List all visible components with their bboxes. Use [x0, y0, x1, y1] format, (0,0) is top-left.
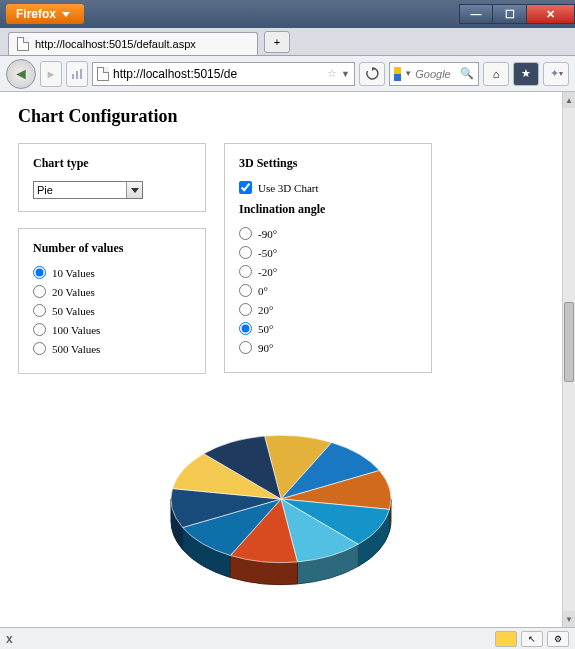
- scroll-up-button[interactable]: ▲: [563, 92, 575, 108]
- history-button[interactable]: [66, 61, 88, 87]
- num-values-label: 500 Values: [52, 343, 100, 355]
- page-icon: [17, 37, 29, 51]
- chart-container: [18, 404, 544, 604]
- num-values-option[interactable]: 500 Values: [33, 342, 191, 355]
- inclination-label: 0°: [258, 285, 268, 297]
- reload-button[interactable]: [359, 62, 385, 86]
- num-values-radio[interactable]: [33, 342, 46, 355]
- dropdown-caret-icon[interactable]: ▼: [341, 69, 350, 79]
- inclination-radio[interactable]: [239, 341, 252, 354]
- inclination-option[interactable]: -90°: [239, 227, 417, 240]
- num-values-option[interactable]: 100 Values: [33, 323, 191, 336]
- status-bar: x ↖ ⚙: [0, 627, 575, 649]
- num-values-label: 50 Values: [52, 305, 95, 317]
- inclination-label: -20°: [258, 266, 277, 278]
- status-icon-1[interactable]: [495, 631, 517, 647]
- inclination-label: 50°: [258, 323, 273, 335]
- scroll-down-button[interactable]: ▼: [563, 611, 575, 627]
- window-controls: — ☐ ✕: [459, 4, 575, 24]
- inclination-option[interactable]: -50°: [239, 246, 417, 259]
- dropdown-caret-icon[interactable]: ▼: [404, 69, 412, 78]
- inclination-radio[interactable]: [239, 227, 252, 240]
- num-values-label: 10 Values: [52, 267, 95, 279]
- num-values-radio[interactable]: [33, 285, 46, 298]
- num-values-heading: Number of values: [33, 241, 191, 256]
- inclination-option[interactable]: 50°: [239, 322, 417, 335]
- browser-toolbar: ◄ ► ☆ ▼ ▼ 🔍 ⌂ ★ ✦▾: [0, 56, 575, 92]
- status-icon-3[interactable]: ⚙: [547, 631, 569, 647]
- svg-rect-1: [76, 71, 78, 79]
- vertical-scrollbar[interactable]: ▲ ▼: [562, 92, 575, 627]
- inclination-option[interactable]: -20°: [239, 265, 417, 278]
- url-input[interactable]: [113, 67, 323, 81]
- search-input[interactable]: [415, 68, 457, 80]
- chevron-down-icon: [126, 182, 142, 198]
- pie-chart: [141, 404, 421, 604]
- inclination-radio[interactable]: [239, 303, 252, 316]
- num-values-option[interactable]: 50 Values: [33, 304, 191, 317]
- status-text: x: [6, 632, 13, 646]
- inclination-radio[interactable]: [239, 265, 252, 278]
- use-3d-checkbox[interactable]: [239, 181, 252, 194]
- num-values-panel: Number of values 10 Values20 Values50 Va…: [18, 228, 206, 374]
- num-values-radio[interactable]: [33, 304, 46, 317]
- inclination-label: -90°: [258, 228, 277, 240]
- use-3d-label-text: Use 3D Chart: [258, 182, 319, 194]
- num-values-option[interactable]: 10 Values: [33, 266, 191, 279]
- svg-rect-2: [80, 69, 82, 79]
- tab-title: http://localhost:5015/default.aspx: [35, 38, 196, 50]
- feed-icon[interactable]: ☆: [327, 67, 337, 80]
- chart-type-heading: Chart type: [33, 156, 191, 171]
- inclination-radio-group: -90°-50°-20°0°20°50°90°: [239, 227, 417, 354]
- search-bar[interactable]: ▼ 🔍: [389, 62, 479, 86]
- google-icon: [394, 67, 401, 81]
- inclination-option[interactable]: 0°: [239, 284, 417, 297]
- inclination-label: 90°: [258, 342, 273, 354]
- puzzle-icon: ✦: [550, 67, 559, 80]
- addons-button[interactable]: ✦▾: [543, 62, 569, 86]
- chart-type-value: Pie: [37, 184, 53, 196]
- star-icon: ★: [521, 67, 531, 80]
- new-tab-button[interactable]: +: [264, 31, 290, 53]
- page-icon: [97, 67, 109, 81]
- forward-button[interactable]: ►: [40, 61, 62, 87]
- url-bar[interactable]: ☆ ▼: [92, 62, 355, 86]
- bars-icon: [71, 68, 83, 80]
- page-content: Chart Configuration Chart type Pie Numbe…: [0, 92, 562, 627]
- firefox-menu-button[interactable]: Firefox: [6, 4, 84, 24]
- settings-3d-panel: 3D Settings Use 3D Chart Inclination ang…: [224, 143, 432, 373]
- maximize-button[interactable]: ☐: [493, 4, 527, 24]
- close-button[interactable]: ✕: [527, 4, 575, 24]
- settings-3d-heading: 3D Settings: [239, 156, 417, 171]
- tab-strip: http://localhost:5015/default.aspx +: [0, 28, 575, 56]
- window-titlebar: Firefox — ☐ ✕: [0, 0, 575, 28]
- num-values-radio-group: 10 Values20 Values50 Values100 Values500…: [33, 266, 191, 355]
- inclination-label: 20°: [258, 304, 273, 316]
- page-title: Chart Configuration: [18, 106, 544, 127]
- home-button[interactable]: ⌂: [483, 62, 509, 86]
- num-values-label: 20 Values: [52, 286, 95, 298]
- browser-tab[interactable]: http://localhost:5015/default.aspx: [8, 32, 258, 55]
- inclination-radio[interactable]: [239, 322, 252, 335]
- svg-rect-0: [72, 74, 74, 79]
- inclination-option[interactable]: 20°: [239, 303, 417, 316]
- inclination-heading: Inclination angle: [239, 202, 417, 217]
- bookmarks-button[interactable]: ★: [513, 62, 539, 86]
- inclination-radio[interactable]: [239, 284, 252, 297]
- chart-type-panel: Chart type Pie: [18, 143, 206, 212]
- use-3d-checkbox-label[interactable]: Use 3D Chart: [239, 181, 417, 194]
- minimize-button[interactable]: —: [459, 4, 493, 24]
- search-icon[interactable]: 🔍: [460, 67, 474, 80]
- firefox-label: Firefox: [16, 7, 56, 21]
- status-icon-2[interactable]: ↖: [521, 631, 543, 647]
- scroll-thumb[interactable]: [564, 302, 574, 382]
- inclination-radio[interactable]: [239, 246, 252, 259]
- inclination-option[interactable]: 90°: [239, 341, 417, 354]
- num-values-radio[interactable]: [33, 323, 46, 336]
- num-values-option[interactable]: 20 Values: [33, 285, 191, 298]
- dropdown-caret-icon: [62, 12, 70, 17]
- home-icon: ⌂: [493, 68, 500, 80]
- chart-type-dropdown[interactable]: Pie: [33, 181, 143, 199]
- num-values-radio[interactable]: [33, 266, 46, 279]
- back-button[interactable]: ◄: [6, 59, 36, 89]
